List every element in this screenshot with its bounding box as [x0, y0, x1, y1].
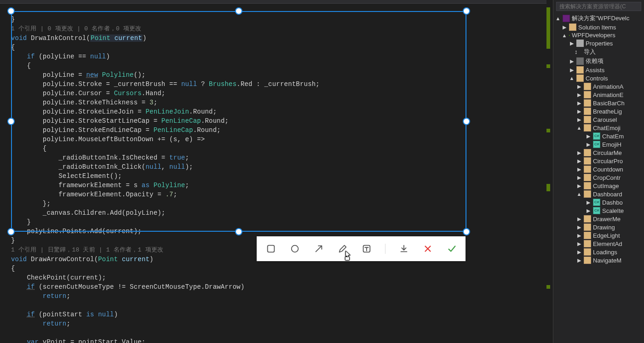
expand-icon[interactable]: ▶ [576, 150, 582, 155]
folder-node[interactable]: ▲Dashboard [553, 190, 644, 198]
expr: frameworkElement = s [58, 182, 142, 189]
expand-icon[interactable]: ▲ [562, 33, 567, 38]
folder-icon [584, 248, 591, 256]
pen-tool-button[interactable] [337, 243, 348, 254]
resize-handle-tr[interactable] [463, 7, 470, 15]
expand-icon[interactable]: ▶ [576, 109, 582, 114]
expand-icon[interactable]: ▶ [569, 40, 575, 46]
expand-icon[interactable]: ▶ [576, 84, 582, 89]
expand-icon[interactable]: ▶ [586, 142, 591, 147]
folder-node[interactable]: ▶EdgeLight [553, 231, 644, 240]
folder-node[interactable]: ▶Carousel [553, 115, 644, 124]
confirm-button[interactable] [446, 243, 457, 254]
expand-icon[interactable]: ▶ [576, 241, 582, 246]
punct: ; [173, 191, 178, 198]
expand-icon[interactable]: ▶ [576, 175, 582, 180]
download-button[interactable] [398, 243, 409, 254]
dependencies-node[interactable]: ▶ 依赖项 [553, 57, 644, 66]
expand-icon[interactable]: ▶ [569, 58, 575, 64]
resize-handle-bl[interactable] [7, 228, 15, 235]
expand-icon[interactable]: ▶ [586, 133, 591, 139]
node-label: Dashbo [602, 199, 623, 206]
expand-icon[interactable]: ▲ [576, 125, 582, 131]
expand-icon[interactable]: ▶ [576, 257, 582, 263]
folder-node[interactable]: ▶CutImage [553, 182, 644, 190]
cs-file-node[interactable]: ▶Dashbo [553, 198, 644, 206]
type: Polyline [150, 182, 185, 189]
assists-folder[interactable]: ▶ Assists [553, 66, 644, 74]
expand-icon[interactable]: ▶ [576, 100, 582, 106]
cs-file-node[interactable]: ▶ScaleIte [553, 206, 644, 215]
codelens-2[interactable]: 1 个引用 | 日驚鏵，18 天前 | 1 名作者，1 项更改 [11, 246, 163, 253]
folder-icon [584, 83, 591, 90]
expand-icon[interactable]: ▶ [576, 166, 582, 172]
folder-node[interactable]: ▶NavigateM [553, 256, 644, 264]
expand-icon[interactable]: ▶ [586, 200, 591, 205]
resize-handle-tl[interactable] [7, 7, 15, 15]
node-label: Dashboard [593, 191, 622, 198]
expand-icon[interactable]: ▶ [576, 224, 582, 230]
resize-handle-b[interactable] [235, 228, 242, 235]
folder-node[interactable]: ▶BreatheLig [553, 107, 644, 115]
expand-icon[interactable]: ▶ [576, 233, 582, 238]
folder-node[interactable]: ▶Loadings [553, 248, 644, 256]
expand-icon[interactable]: ▶ [576, 92, 582, 97]
expand-icon[interactable]: ▲ [576, 191, 582, 197]
text-tool-button[interactable] [361, 243, 372, 254]
expand-icon[interactable]: ▲ [569, 75, 575, 81]
codelens-1[interactable]: 1 个引用 | 0 项更改 | 0 名作者，0 项更改 [11, 25, 142, 32]
solution-root[interactable]: ▲ 解决方案"WPFDevelc [553, 14, 644, 23]
folder-label: Solution Items [578, 24, 616, 31]
node-label: EmojiH [602, 141, 621, 148]
punct: ); [185, 163, 193, 171]
folder-node[interactable]: ▶Countdown [553, 165, 644, 173]
expand-icon[interactable]: ▶ [586, 208, 591, 213]
project-node[interactable]: ▲ WPFDevelopers [553, 31, 644, 39]
folder-node[interactable]: ▶BasicBarCh [553, 99, 644, 107]
type: Cursors [114, 90, 142, 97]
expr: (pointStart [35, 311, 86, 318]
resize-handle-r[interactable] [463, 118, 470, 125]
folder-node[interactable]: ▶Drawing [553, 223, 644, 231]
expand-icon[interactable]: ▶ [576, 183, 582, 189]
cs-file-node[interactable]: ▶EmojiH [553, 140, 644, 149]
expand-icon[interactable]: ▶ [569, 67, 575, 73]
rect-tool-button[interactable] [265, 243, 276, 254]
folder-node[interactable]: ▶AnimationE [553, 91, 644, 99]
cs-file-node[interactable]: ▶ChatEm [553, 132, 644, 140]
solution-search-input[interactable] [556, 2, 641, 11]
expand-icon[interactable]: ▶ [576, 117, 582, 122]
expand-icon[interactable]: ▲ [555, 16, 561, 21]
folder-node[interactable]: ▲ChatEmoji [553, 124, 644, 132]
folder-node[interactable]: ▶CircularMe [553, 149, 644, 157]
kw-new: new [86, 71, 98, 79]
arrow-tool-button[interactable] [313, 243, 324, 254]
import-node[interactable]: ↕ 导入 [553, 47, 644, 57]
resize-handle-t[interactable] [235, 7, 242, 15]
resize-handle-br[interactable] [463, 228, 470, 235]
solution-folder[interactable]: ▶ Solution Items [553, 23, 644, 31]
solution-tree[interactable]: ▲ 解决方案"WPFDevelc ▶ Solution Items ▲ WPFD… [553, 13, 644, 343]
expand-icon[interactable]: ▶ [562, 24, 567, 30]
folder-node[interactable]: ▶ElementAd [553, 240, 644, 248]
expand-icon[interactable]: ▶ [576, 216, 582, 222]
folder-node[interactable]: ▶AnimationA [553, 82, 644, 91]
folder-node[interactable]: ▶CropContr [553, 173, 644, 182]
node-label: NavigateM [593, 257, 621, 264]
cancel-button[interactable] [422, 243, 433, 254]
controls-folder[interactable]: ▲ Controls [553, 74, 644, 82]
punct: ; [185, 154, 189, 161]
folder-node[interactable]: ▶CircularPro [553, 157, 644, 165]
expand-icon[interactable]: ▶ [576, 158, 582, 164]
minimap-scrollbar[interactable] [546, 0, 553, 343]
folder-node[interactable]: ▶DrawerMe [553, 215, 644, 223]
punct: (); [134, 71, 146, 79]
circle-tool-button[interactable] [289, 243, 300, 254]
punct: ; [66, 292, 70, 300]
code-editor[interactable]: } 1 个引用 | 0 项更改 | 0 名作者，0 项更改 void DrwaI… [0, 0, 553, 343]
resize-handle-l[interactable] [7, 118, 15, 125]
solution-explorer[interactable]: ▲ 解决方案"WPFDevelc ▶ Solution Items ▲ WPFD… [553, 0, 644, 343]
punct: ; [154, 99, 158, 106]
properties-node[interactable]: ▶ Properties [553, 39, 644, 47]
expand-icon[interactable]: ▶ [576, 249, 582, 255]
